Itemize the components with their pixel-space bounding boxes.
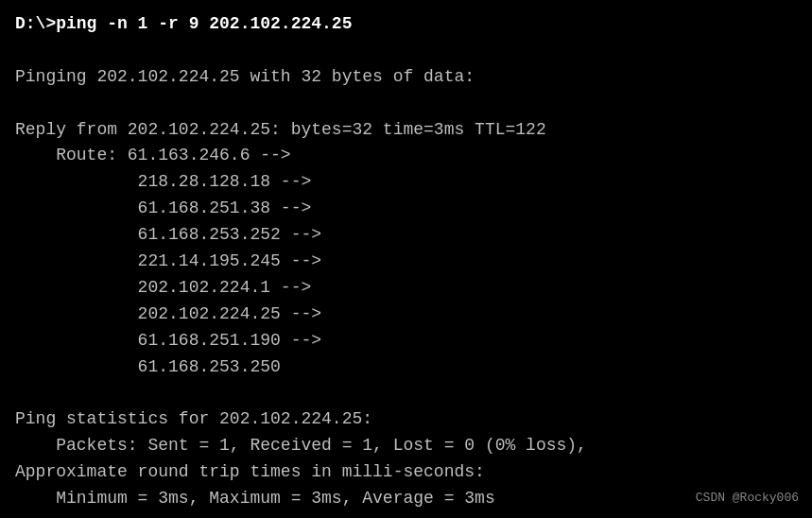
route-8-line: 61.168.253.250 (15, 354, 797, 381)
blank-line-2 (15, 91, 797, 117)
route-label-line: Route: 61.163.246.6 --> (15, 143, 797, 169)
command-line: D:\>ping -n 1 -r 9 202.102.224.25 (15, 11, 797, 38)
packets-line: Packets: Sent = 1, Received = 1, Lost = … (15, 433, 797, 459)
approx-line: Approximate round trip times in milli-se… (15, 459, 797, 486)
route-4-line: 221.14.195.245 --> (15, 249, 797, 275)
terminal-window: D:\>ping -n 1 -r 9 202.102.224.25 Pingin… (0, 0, 812, 518)
blank-line-3 (15, 380, 797, 406)
route-2-line: 61.168.251.38 --> (15, 196, 797, 222)
watermark: CSDN @Rocky006 (696, 491, 799, 505)
blank-line-1 (15, 38, 797, 64)
minmax-line: Minimum = 3ms, Maximum = 3ms, Average = … (15, 486, 797, 512)
route-1-line: 218.28.128.18 --> (15, 169, 797, 196)
route-7-line: 61.168.251.190 --> (15, 328, 797, 354)
route-6-line: 202.102.224.25 --> (15, 302, 797, 328)
route-3-line: 61.168.253.252 --> (15, 222, 797, 249)
route-5-line: 202.102.224.1 --> (15, 275, 797, 302)
stats-header-line: Ping statistics for 202.102.224.25: (15, 406, 797, 433)
pinging-line: Pinging 202.102.224.25 with 32 bytes of … (15, 64, 797, 91)
reply-line: Reply from 202.102.224.25: bytes=32 time… (15, 117, 797, 144)
